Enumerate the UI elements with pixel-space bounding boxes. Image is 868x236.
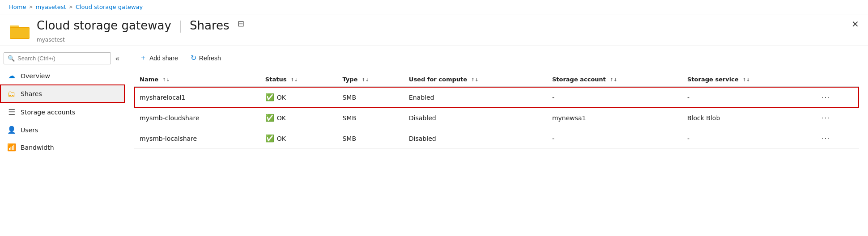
add-share-button[interactable]: ＋ Add share: [134, 51, 183, 65]
cell-more-actions: ···: [813, 108, 859, 128]
collapse-sidebar-button[interactable]: «: [114, 53, 121, 64]
search-bar-wrap: 🔍 «: [0, 50, 125, 67]
shares-table: Name ↑↓ Status ↑↓ Type ↑↓: [134, 72, 859, 149]
page-title: Cloud storage gateway | Shares: [37, 19, 230, 33]
table-body: mysharelocal1 ✅ OK SMB Enabled - - ··· m…: [134, 87, 859, 149]
cell-name: mysharelocal1: [134, 87, 260, 108]
cell-name: mysmb-cloudshare: [134, 108, 260, 128]
table-row[interactable]: mysmb-cloudshare ✅ OK SMB Disabled mynew…: [134, 108, 859, 128]
col-name[interactable]: Name ↑↓: [134, 72, 260, 87]
sidebar-item-storage-accounts[interactable]: ☰ Storage accounts: [0, 103, 125, 121]
status-ok-icon: ✅: [265, 93, 274, 101]
storage-icon: ☰: [7, 107, 16, 117]
sidebar-item-label-bandwidth: Bandwidth: [21, 144, 54, 151]
cell-storage-account: mynewsa1: [547, 108, 682, 128]
breadcrumb: Home > myasetest > Cloud storage gateway: [0, 0, 868, 14]
sidebar-item-label-shares: Shares: [21, 90, 42, 97]
table-header-row: Name ↑↓ Status ↑↓ Type ↑↓: [134, 72, 859, 87]
breadcrumb-myasetest[interactable]: myasetest: [36, 4, 66, 10]
table-row[interactable]: mysharelocal1 ✅ OK SMB Enabled - - ···: [134, 87, 859, 108]
cell-storage-service: -: [682, 87, 813, 108]
sort-icon-storage-account: ↑↓: [610, 77, 617, 82]
cell-type: SMB: [337, 128, 403, 149]
add-icon: ＋: [140, 53, 147, 63]
breadcrumb-sep-1: >: [29, 4, 33, 10]
cell-used-for-compute: Disabled: [404, 108, 547, 128]
cell-status: ✅ OK: [260, 108, 337, 128]
header-subtitle: myasetest: [37, 37, 244, 43]
refresh-label: Refresh: [199, 55, 221, 62]
status-text: OK: [277, 135, 286, 142]
search-icon: 🔍: [8, 55, 15, 62]
add-share-label: Add share: [149, 55, 178, 62]
content-area: ＋ Add share ↻ Refresh Name ↑↓: [125, 46, 868, 236]
sidebar-item-label-users: Users: [21, 126, 38, 134]
toolbar: ＋ Add share ↻ Refresh: [134, 51, 859, 65]
header-title-block: Cloud storage gateway | Shares ⊟ myasete…: [37, 19, 244, 43]
table-row[interactable]: mysmb-localshare ✅ OK SMB Disabled - - ·…: [134, 128, 859, 149]
col-used-for-compute[interactable]: Used for compute ↑↓: [404, 72, 547, 87]
sidebar-item-shares[interactable]: 🗂 Shares: [0, 84, 125, 103]
search-input[interactable]: [17, 55, 107, 62]
status-ok-icon: ✅: [265, 134, 274, 143]
cell-storage-account: -: [547, 87, 682, 108]
main-layout: 🔍 « ☁ Overview 🗂 Shares ☰ Storage accoun…: [0, 46, 868, 236]
cell-status: ✅ OK: [260, 87, 337, 108]
close-button[interactable]: ✕: [851, 20, 859, 29]
col-storage-service[interactable]: Storage service ↑↓: [682, 72, 813, 87]
cell-type: SMB: [337, 108, 403, 128]
cell-more-actions: ···: [813, 128, 859, 149]
col-type[interactable]: Type ↑↓: [337, 72, 403, 87]
page-container: Home > myasetest > Cloud storage gateway…: [0, 0, 868, 236]
more-actions-button[interactable]: ···: [818, 92, 834, 103]
resource-folder-icon: [9, 22, 30, 40]
breadcrumb-home[interactable]: Home: [9, 4, 26, 10]
search-bar[interactable]: 🔍: [4, 52, 111, 64]
col-actions: [813, 72, 859, 87]
cell-name: mysmb-localshare: [134, 128, 260, 149]
breadcrumb-sep-2: >: [69, 4, 73, 10]
breadcrumb-current[interactable]: Cloud storage gateway: [76, 4, 143, 10]
header: Cloud storage gateway | Shares ⊟ myasete…: [0, 14, 868, 46]
sort-icon-name: ↑↓: [162, 77, 170, 82]
status-text: OK: [277, 114, 286, 122]
cell-used-for-compute: Enabled: [404, 87, 547, 108]
sort-icon-compute: ↑↓: [471, 77, 479, 82]
status-text: OK: [277, 94, 286, 101]
sidebar-item-label-overview: Overview: [21, 72, 50, 80]
sidebar-item-bandwidth[interactable]: 📶 Bandwidth: [0, 139, 125, 156]
sidebar: 🔍 « ☁ Overview 🗂 Shares ☰ Storage accoun…: [0, 46, 125, 236]
cell-type: SMB: [337, 87, 403, 108]
sidebar-item-label-storage-accounts: Storage accounts: [21, 109, 75, 116]
cell-storage-account: -: [547, 128, 682, 149]
cloud-icon: ☁: [7, 72, 16, 80]
more-actions-button[interactable]: ···: [818, 112, 834, 123]
more-actions-button[interactable]: ···: [818, 133, 834, 144]
print-button[interactable]: ⊟: [238, 19, 244, 29]
col-storage-account[interactable]: Storage account ↑↓: [547, 72, 682, 87]
cell-more-actions: ···: [813, 87, 859, 108]
cell-status: ✅ OK: [260, 128, 337, 149]
cell-used-for-compute: Disabled: [404, 128, 547, 149]
cell-storage-service: -: [682, 128, 813, 149]
cell-storage-service: Block Blob: [682, 108, 813, 128]
col-status[interactable]: Status ↑↓: [260, 72, 337, 87]
sort-icon-status: ↑↓: [290, 77, 298, 82]
status-ok-icon: ✅: [265, 114, 274, 122]
refresh-icon: ↻: [191, 54, 196, 62]
user-icon: 👤: [7, 126, 16, 134]
svg-rect-3: [10, 28, 30, 38]
refresh-button[interactable]: ↻ Refresh: [185, 51, 226, 65]
wifi-icon: 📶: [7, 143, 16, 152]
folder-icon: 🗂: [7, 89, 16, 98]
sort-icon-type: ↑↓: [362, 77, 369, 82]
sort-icon-storage-service: ↑↓: [742, 77, 750, 82]
sidebar-item-overview[interactable]: ☁ Overview: [0, 67, 125, 84]
table-wrap: Name ↑↓ Status ↑↓ Type ↑↓: [134, 72, 859, 232]
sidebar-item-users[interactable]: 👤 Users: [0, 121, 125, 139]
